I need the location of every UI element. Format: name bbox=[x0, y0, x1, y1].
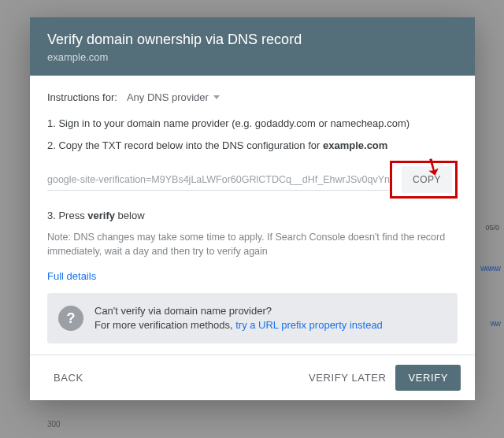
help-text: Can't verify via domain name provider? F… bbox=[94, 304, 383, 332]
dialog-body: Instructions for: Any DNS provider 1. Si… bbox=[30, 76, 475, 354]
full-details-link[interactable]: Full details bbox=[47, 270, 96, 282]
step-3-suffix: below bbox=[115, 210, 145, 221]
step-3-verify-word: verify bbox=[87, 210, 115, 221]
txt-record-value[interactable]: google-site-verification=M9YBs4jLaLWFor6… bbox=[47, 169, 390, 191]
step-2-domain: example.com bbox=[323, 139, 387, 151]
txt-record-row: google-site-verification=M9YBs4jLaLWFor6… bbox=[47, 161, 458, 199]
dns-provider-select[interactable]: Any DNS provider bbox=[127, 91, 220, 103]
verify-later-button[interactable]: VERIFY LATER bbox=[299, 366, 395, 390]
step-1: 1. Sign in to your domain name provider … bbox=[47, 116, 458, 132]
step-3-prefix: 3. Press bbox=[47, 210, 87, 221]
step-2-prefix: 2. Copy the TXT record below into the DN… bbox=[47, 139, 323, 151]
chevron-down-icon bbox=[213, 95, 220, 99]
dialog-domain: example.com bbox=[47, 51, 458, 63]
question-icon: ? bbox=[58, 306, 83, 331]
dialog-footer: BACK VERIFY LATER VERIFY bbox=[30, 354, 475, 400]
dialog-title: Verify domain ownership via DNS record bbox=[47, 32, 458, 48]
dns-provider-value: Any DNS provider bbox=[127, 91, 209, 103]
help-title: Can't verify via domain name provider? bbox=[94, 304, 383, 318]
url-prefix-link[interactable]: try a URL prefix property instead bbox=[235, 319, 383, 331]
step-3: 3. Press verify below bbox=[47, 208, 458, 224]
back-button[interactable]: BACK bbox=[44, 366, 93, 390]
verify-button[interactable]: VERIFY bbox=[395, 365, 461, 391]
dns-note: Note: DNS changes may take some time to … bbox=[47, 230, 458, 260]
help-box: ? Can't verify via domain name provider?… bbox=[47, 293, 458, 343]
step-2: 2. Copy the TXT record below into the DN… bbox=[47, 138, 458, 154]
help-desc: For more verification methods, bbox=[94, 319, 235, 331]
verify-domain-dialog: Verify domain ownership via DNS record e… bbox=[30, 17, 475, 400]
dialog-header: Verify domain ownership via DNS record e… bbox=[30, 17, 475, 76]
instructions-row: Instructions for: Any DNS provider bbox=[47, 91, 458, 103]
instructions-label: Instructions for: bbox=[47, 91, 117, 103]
